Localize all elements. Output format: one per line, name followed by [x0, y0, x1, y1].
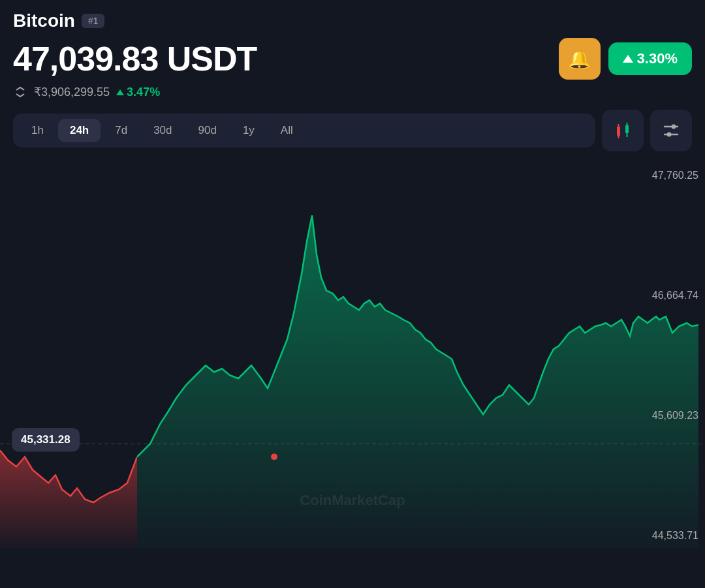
- svg-point-7: [672, 125, 676, 129]
- tri-up-icon: [116, 89, 124, 95]
- svg-point-15: [271, 454, 277, 460]
- volume-icon: [13, 85, 27, 99]
- svg-marker-13: [0, 450, 137, 548]
- bell-icon: 🔔: [568, 48, 591, 70]
- price-chart: 47,760.25 46,664.74 45,609.23 44,533.71: [0, 163, 705, 548]
- coin-name: Bitcoin: [13, 10, 75, 31]
- tf-all[interactable]: All: [269, 119, 305, 142]
- rank-badge: #1: [82, 14, 105, 28]
- svg-marker-14: [137, 215, 698, 548]
- svg-rect-0: [617, 127, 620, 136]
- tf-24h[interactable]: 24h: [58, 119, 101, 142]
- tf-1h[interactable]: 1h: [20, 119, 55, 142]
- filter-button[interactable]: [650, 110, 692, 151]
- tf-90d[interactable]: 90d: [187, 119, 228, 142]
- volume-change-pct: 3.47%: [127, 85, 160, 99]
- svg-rect-3: [625, 125, 629, 133]
- arrow-up-icon: [623, 55, 633, 63]
- volume-value: ₹3,906,299.55: [34, 85, 110, 99]
- change-percent: 3.30%: [637, 50, 678, 67]
- timeframe-controls: 1h 24h 7d 30d 90d 1y All: [13, 110, 692, 151]
- timeframe-bar: 1h 24h 7d 30d 90d 1y All: [13, 114, 595, 147]
- candlestick-icon: [612, 120, 633, 141]
- change-badge: 3.30%: [608, 42, 692, 75]
- chart-svg: [0, 163, 705, 548]
- filter-icon: [661, 120, 682, 141]
- tf-1y[interactable]: 1y: [231, 119, 266, 142]
- volume-change: 3.47%: [116, 85, 160, 99]
- price-tooltip: 45,331.28: [12, 428, 80, 452]
- tf-30d[interactable]: 30d: [142, 119, 183, 142]
- candlestick-button[interactable]: [602, 110, 644, 151]
- alert-button[interactable]: 🔔: [559, 38, 601, 80]
- svg-point-9: [667, 132, 672, 137]
- tf-7d[interactable]: 7d: [103, 119, 139, 142]
- current-price: 47,039.83 USDT: [13, 39, 257, 78]
